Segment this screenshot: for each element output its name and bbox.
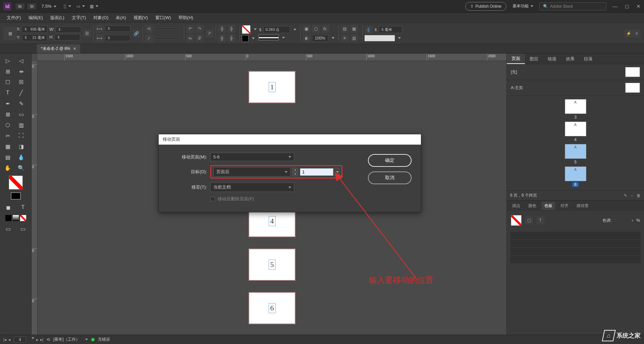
prev-page-icon[interactable]: ◂ xyxy=(8,337,10,342)
apply-color-icon[interactable]: ◼ xyxy=(2,202,15,212)
destination-page-input[interactable] xyxy=(300,168,333,176)
scale-y-icon[interactable]: ⟷ xyxy=(96,34,104,42)
page-dropdown-icon[interactable] xyxy=(32,337,34,342)
pencil-tool-icon[interactable]: ✎ xyxy=(15,98,28,109)
corner-shape-select[interactable] xyxy=(365,35,395,41)
constrain-icon[interactable]: ⛓ xyxy=(83,29,91,38)
canvas-page[interactable]: 5 xyxy=(249,249,296,281)
stock-search-input[interactable]: 🔍Adobe Stock xyxy=(539,2,606,10)
move-to-select[interactable]: 当前文档 xyxy=(210,183,294,192)
preview-mode-icon[interactable]: ▭ xyxy=(17,224,30,234)
align-icon-1[interactable]: ╬ xyxy=(218,25,226,33)
document-tab[interactable]: *未命名-2 @ 8% ✕ xyxy=(37,44,80,53)
frame-fitting-icon[interactable]: ▣ xyxy=(303,25,311,33)
control-menu-icon[interactable]: ≡ xyxy=(633,29,641,38)
spin-down-icon[interactable]: ▾ xyxy=(292,172,298,176)
free-transform-icon[interactable]: ⛶ xyxy=(15,131,28,141)
formatting-text-icon[interactable]: T xyxy=(17,202,30,212)
default-fill-icon[interactable] xyxy=(11,192,21,200)
next-page-icon[interactable]: ▸ xyxy=(36,337,38,342)
arrange-icon[interactable]: ▥ xyxy=(91,3,98,9)
tab-pathfinder[interactable]: 路径查 xyxy=(574,202,591,210)
rotate-icon[interactable]: ⟲ xyxy=(145,25,153,33)
tab-align[interactable]: 对齐 xyxy=(558,202,571,210)
type-tool-icon[interactable]: T xyxy=(1,88,14,98)
menu-file[interactable]: 文件(F) xyxy=(3,13,24,22)
fill-none-icon[interactable] xyxy=(242,25,251,34)
flip-h-icon[interactable]: ⇋ xyxy=(186,34,194,42)
gradient-swatch-icon[interactable]: ▦ xyxy=(1,141,14,151)
tab-color[interactable]: 颜色 xyxy=(526,202,539,210)
menu-window[interactable]: 窗口(W) xyxy=(152,13,174,22)
apply-none-icon[interactable] xyxy=(20,215,26,221)
menu-view[interactable]: 视图(V) xyxy=(130,13,151,22)
page-item-selected[interactable]: A5 xyxy=(565,144,586,164)
x-field[interactable]: ⥮835 毫米 xyxy=(22,26,47,33)
direct-selection-tool-icon[interactable]: ◁ xyxy=(15,56,28,66)
tab-pages[interactable]: 页面 xyxy=(507,54,525,64)
edit-page-icon[interactable]: ✎ xyxy=(624,193,627,198)
view-options-icon[interactable]: ░ xyxy=(64,3,71,9)
fill-stroke-preview[interactable] xyxy=(9,176,23,190)
swatch-item[interactable] xyxy=(510,240,641,247)
swatch-container-icon[interactable]: ▢ xyxy=(525,216,533,224)
tab-swatches[interactable]: 色板 xyxy=(542,202,555,210)
preset-nav-icon[interactable]: ⟲ xyxy=(47,337,50,342)
master-a-row[interactable]: A-主页 xyxy=(507,80,644,96)
workspace-selector[interactable]: 基本功能 xyxy=(510,2,536,10)
scale-y-field[interactable]: ⥮ xyxy=(105,35,130,41)
menu-help[interactable]: 帮助(H) xyxy=(175,13,197,22)
polygon-tool-icon[interactable]: ▥ xyxy=(15,120,28,130)
menu-type[interactable]: 文字(T) xyxy=(68,13,90,22)
spin-up-icon[interactable]: ▴ xyxy=(292,168,298,172)
pen-tool-icon[interactable]: ✒ xyxy=(1,98,14,109)
reference-point-icon[interactable]: ▦ xyxy=(3,27,17,40)
scale-x-icon[interactable]: ⟷ xyxy=(96,25,104,33)
swatch-item[interactable] xyxy=(510,256,641,263)
menu-table[interactable]: 表(A) xyxy=(112,13,129,22)
corner-size-field[interactable]: 5 毫米 xyxy=(379,26,402,33)
transform-p-icon[interactable]: P xyxy=(206,29,214,38)
close-tab-icon[interactable]: ✕ xyxy=(73,47,76,51)
canvas-page[interactable]: 1 xyxy=(249,71,296,103)
frame-fitting-icon-2[interactable]: ▢ xyxy=(312,25,320,33)
tab-paragraph[interactable]: 段落 xyxy=(579,54,597,64)
shear-icon[interactable]: ⫽ xyxy=(145,34,153,42)
page-tool-icon[interactable]: ⊞ xyxy=(1,66,14,76)
input-dropdown-icon[interactable] xyxy=(333,168,339,176)
note-tool-icon[interactable]: ▤ xyxy=(1,152,14,162)
align-icon-4[interactable]: ╬ xyxy=(227,34,235,42)
w-field[interactable]: ⥮ xyxy=(56,26,81,33)
scale-x-field[interactable]: ⥮ xyxy=(105,25,130,32)
maximize-button[interactable]: ◻ xyxy=(625,3,629,9)
opacity-field[interactable]: 100% xyxy=(312,35,328,42)
rectangle-tool-icon[interactable]: ▭ xyxy=(15,109,28,119)
preset-label[interactable]: [基本]（工作） xyxy=(53,337,80,342)
close-button[interactable]: ✕ xyxy=(636,3,641,9)
text-wrap-icon-3[interactable]: ▥ xyxy=(350,34,358,42)
menu-object[interactable]: 对象(O) xyxy=(90,13,112,22)
link-scale-icon[interactable]: 🔗 xyxy=(132,29,141,38)
ok-button[interactable]: 确定 xyxy=(368,154,412,167)
gap-tool-icon[interactable]: ⇹ xyxy=(15,66,28,76)
quick-apply-icon[interactable]: ⚡ xyxy=(625,29,633,38)
bridge-button[interactable]: Br xyxy=(15,3,24,9)
polygon-frame-icon[interactable]: ⬡ xyxy=(1,120,14,130)
content-collector-icon[interactable]: ☐ xyxy=(1,77,14,87)
tab-effects[interactable]: 效果 xyxy=(561,54,579,64)
destination-select[interactable]: 页面后 xyxy=(213,167,290,177)
opacity-icon[interactable]: ◐ xyxy=(303,34,311,42)
text-wrap-icon-2[interactable]: ▦ xyxy=(350,25,358,33)
scissors-tool-icon[interactable]: ✂ xyxy=(1,131,14,141)
page-item[interactable]: A4 xyxy=(565,122,586,142)
swatch-preview-icon[interactable] xyxy=(511,215,522,226)
stock-button[interactable]: St xyxy=(27,3,36,9)
delete-page-icon[interactable]: 🗑 xyxy=(637,193,641,198)
eyedropper-tool-icon[interactable]: 💧 xyxy=(15,152,28,162)
preflight-label[interactable]: 无错误 xyxy=(98,337,110,342)
tab-stroke[interactable]: 描边 xyxy=(509,202,523,210)
last-page-icon[interactable]: ▸| xyxy=(40,337,43,342)
cancel-button[interactable]: 取消 xyxy=(368,171,412,184)
apply-black-icon[interactable] xyxy=(5,215,11,221)
page-number-input[interactable]: 4 xyxy=(14,337,26,343)
